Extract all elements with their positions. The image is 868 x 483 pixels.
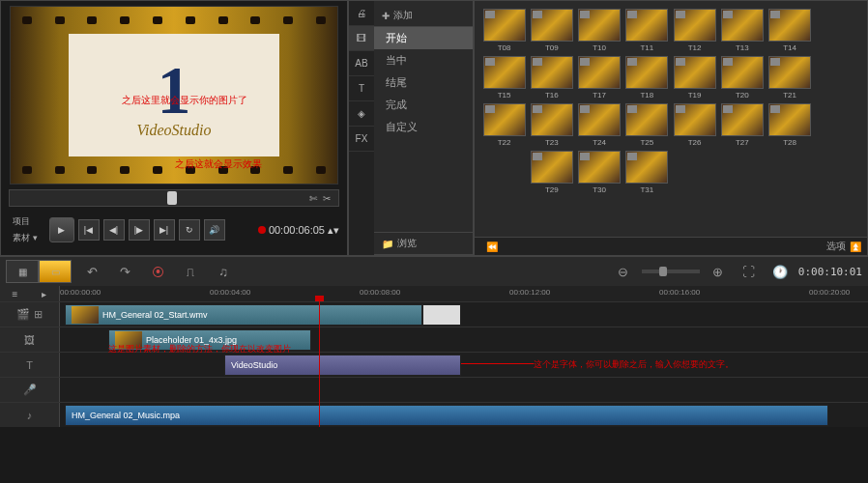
thumb-T10[interactable]: T10 [578,9,622,52]
ruler-mark: 00:00:12:00 [509,288,550,297]
transition-clip[interactable] [422,304,461,326]
thumb-label: T25 [640,138,653,147]
preview-panel: 1 VideoStudio 之后这里就会显示你的图片了 之后这就会显示效果 ✄ … [0,0,348,256]
cat-custom[interactable]: 自定义 [374,116,473,138]
thumb-T14[interactable]: T14 [768,9,812,52]
options-label[interactable]: 选项 [826,240,846,253]
thumb-T31[interactable]: T31 [625,151,669,194]
thumb-T17[interactable]: T17 [578,56,622,99]
time-ruler[interactable]: 00:00:00:0000:00:04:0000:00:08:0000:00:1… [60,286,868,301]
thumb-T28[interactable]: T28 [768,103,812,147]
thumb-T22[interactable]: T22 [482,103,526,147]
thumb-T09[interactable]: T09 [530,9,573,52]
zoom-out-button[interactable]: ⊖ [611,261,636,282]
overlay-track-icon[interactable]: 🖼 [24,334,35,346]
tab-media-icon[interactable]: 🖨 [349,1,374,26]
thumb-label: T31 [640,185,653,194]
tab-transition-icon[interactable]: AB [349,51,374,76]
thumb-T27[interactable]: T27 [720,103,764,147]
music-track-icon[interactable]: ♪ [27,410,33,421]
next-frame-button[interactable]: |▶ [129,219,150,241]
tracks-container: 🎬⊞ HM_General 02_Start.wmv 🖼 Placeholder… [0,301,868,427]
preview-monitor: 1 VideoStudio 之后这里就会显示你的图片了 之后这就会显示效果 [10,6,338,185]
play-button[interactable]: ▶ [49,217,74,242]
thumb-label: T16 [545,91,559,99]
fit-button[interactable]: ⛶ [737,261,762,282]
thumb-T19[interactable]: T19 [673,56,716,99]
link-icon[interactable]: ⊞ [34,308,43,321]
thumb-T29[interactable]: T29 [530,151,573,194]
thumb-T12[interactable]: T12 [673,9,716,52]
video-track-icon[interactable]: 🎬 [16,308,30,321]
prev-frame-button[interactable]: ◀| [103,219,125,241]
tab-instant-icon[interactable]: 🎞 [349,26,374,51]
split-icon[interactable]: ✂ [323,193,331,204]
mark-in-icon[interactable]: ✄ [309,193,317,204]
timecode-stepper[interactable]: ▴▾ [328,224,339,237]
thumb-T20[interactable]: T20 [720,56,764,99]
thumb-label: T28 [783,138,796,147]
thumb-T26[interactable]: T26 [673,103,716,147]
cat-complete[interactable]: 完成 [374,94,473,116]
video-clip[interactable]: HM_General 02_Start.wmv [65,304,422,326]
storyboard-view-button[interactable]: ▦ [6,260,39,283]
preview-scrubber[interactable]: ✄ ✂ [9,189,339,207]
annotation-2: 之后这就会显示效果 [175,157,262,171]
thumb-T25[interactable]: T25 [625,103,669,147]
tab-graphic-icon[interactable]: ◈ [349,101,374,127]
add-label[interactable]: 添加 [393,9,413,22]
thumb-T18[interactable]: T18 [625,56,669,99]
tab-title-icon[interactable]: T [349,76,374,101]
thumb-T11[interactable]: T11 [625,9,669,52]
tab-project[interactable]: 项目 [9,214,42,229]
clock-icon[interactable]: 🕐 [767,261,793,282]
record-button[interactable]: ⦿ [145,261,170,282]
options-expand-icon[interactable]: ⏫ [850,242,861,252]
volume-button[interactable]: 🔊 [204,219,225,241]
thumb-T24[interactable]: T24 [578,103,622,147]
collapse-icon[interactable]: ⏪ [486,242,498,252]
repeat-button[interactable]: ↻ [179,219,200,241]
add-icon[interactable]: ✚ [382,11,390,21]
record-indicator [258,226,266,234]
audio-mixer-button[interactable]: ⎍ [178,261,203,282]
zoom-slider[interactable] [642,270,700,273]
thumb-label: T21 [783,91,796,99]
browse-icon[interactable]: 📁 [382,239,393,249]
audio-clip[interactable]: HM_General 02_Music.mpa [65,405,828,426]
thumb-T21[interactable]: T21 [768,56,812,99]
undo-button[interactable]: ↶ [79,261,104,282]
playhead[interactable] [319,301,320,427]
thumb-label: T22 [498,138,511,147]
title-track-icon[interactable]: T [26,359,33,371]
cat-start[interactable]: 开始 [374,27,473,49]
scrub-handle[interactable] [167,191,177,205]
track-toggle-icon[interactable]: ▸ [42,289,46,299]
auto-music-button[interactable]: ♫ [211,261,236,282]
ruler-mark: 00:00:20:00 [809,288,850,297]
title-clip[interactable]: VideoStudio [224,355,461,376]
browse-label[interactable]: 浏览 [397,237,417,250]
go-start-button[interactable]: |◀ [78,219,100,241]
zoom-in-button[interactable]: ⊕ [706,261,731,282]
go-end-button[interactable]: ▶| [154,219,175,241]
thumb-T13[interactable]: T13 [720,9,764,52]
voice-track-icon[interactable]: 🎤 [23,384,37,396]
thumb-label: T09 [545,43,559,52]
tab-clip[interactable]: 素材 ▾ [9,231,42,245]
timeline-view-button[interactable]: ▭ [39,260,72,283]
timeline-timecode: 0:00:10:01 [798,266,862,278]
ruler-mark: 00:00:00:00 [60,288,101,297]
thumb-T15[interactable]: T15 [482,56,526,99]
thumb-T08[interactable]: T08 [482,9,526,52]
thumb-T16[interactable]: T16 [530,56,573,99]
thumb-T23[interactable]: T23 [530,103,573,147]
ruler-mark: 00:00:16:00 [659,288,700,297]
thumb-T30[interactable]: T30 [578,151,622,194]
cat-end[interactable]: 结尾 [374,71,473,94]
tab-filter-icon[interactable]: FX [349,127,374,152]
thumb-label: T17 [593,91,606,99]
cat-middle[interactable]: 当中 [374,49,473,71]
track-menu-icon[interactable]: ≡ [13,289,18,299]
redo-button[interactable]: ↷ [112,261,137,282]
